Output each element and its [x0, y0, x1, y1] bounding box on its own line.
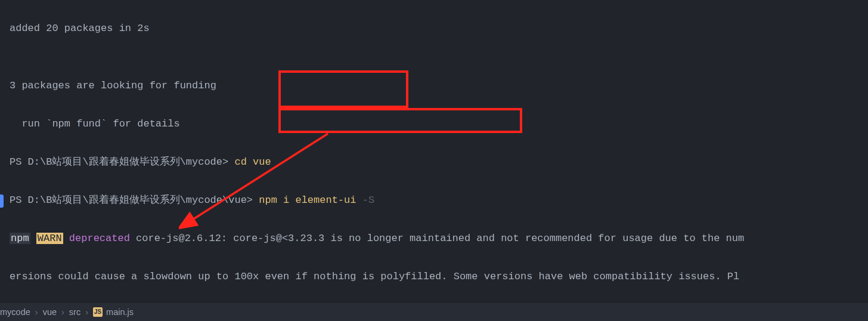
terminal-line: npm WARN deprecated core-js@2.6.12: core… — [10, 229, 858, 248]
breadcrumb[interactable]: mycode › vue › src › JS main.js — [0, 302, 868, 321]
breadcrumb-item[interactable]: JS main.js — [93, 303, 134, 322]
deprecated-label: deprecated — [63, 233, 130, 244]
warn-badge: WARN — [36, 233, 63, 244]
chevron-right-icon: › — [85, 303, 88, 322]
prompt-path: PS D:\B站项目\跟着春姐做毕设系列\mycode\vue> — [10, 195, 253, 206]
command-flag: -S — [362, 195, 374, 206]
breadcrumb-item[interactable]: vue — [43, 303, 57, 322]
terminal-prompt-line: PS D:\B站项目\跟着春姐做毕设系列\mycode\vue> npm i e… — [10, 191, 858, 210]
terminal-line: 3 packages are looking for funding — [10, 76, 858, 95]
terminal-output[interactable]: added 20 packages in 2s 3 packages are l… — [0, 0, 868, 321]
warning-text: core-js@2.6.12: core-js@<3.23.3 is no lo… — [130, 233, 744, 244]
chevron-right-icon: › — [61, 303, 64, 322]
js-file-icon: JS — [93, 307, 103, 317]
npm-badge: npm — [10, 233, 30, 244]
gutter-marker — [0, 195, 4, 208]
prompt-path: PS D:\B站项目\跟着春姐做毕设系列\mycode> — [10, 156, 228, 168]
command-text: cd vue — [228, 156, 271, 168]
breadcrumb-file-label: main.js — [106, 303, 134, 322]
breadcrumb-item[interactable]: mycode — [0, 303, 30, 322]
chevron-right-icon: › — [35, 303, 38, 322]
terminal-line: ersions could cause a slowdown up to 100… — [10, 267, 858, 286]
terminal-line: added 20 packages in 2s — [10, 19, 858, 38]
warning-text: ersions could cause a slowdown up to 100… — [10, 271, 739, 282]
command-text: npm i element-ui — [253, 195, 362, 206]
terminal-prompt-line: PS D:\B站项目\跟着春姐做毕设系列\mycode> cd vue — [10, 153, 858, 172]
terminal-line: run `npm fund` for details — [10, 115, 858, 134]
breadcrumb-item[interactable]: src — [69, 303, 80, 322]
